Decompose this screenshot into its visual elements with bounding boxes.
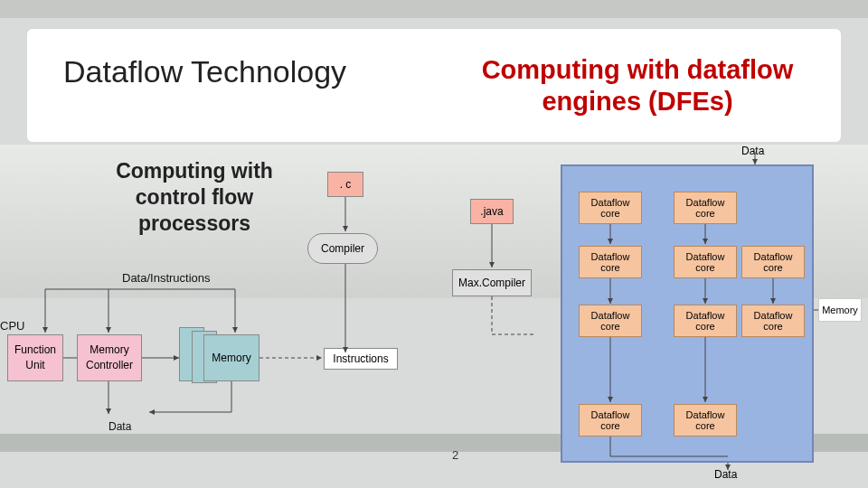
title-main: Dataflow Technology — [63, 54, 346, 89]
header-band: Dataflow Technology Computing with dataf… — [27, 29, 841, 142]
title-dfe: Computing with dataflow engines (DFEs) — [470, 54, 805, 117]
sub-l2: control flow — [136, 185, 253, 209]
dataflow-diagram: Data DataflowcoreDataflowcoreDataflowcor… — [552, 145, 863, 488]
title-dfe-line1: Computing with dataflow — [482, 55, 794, 84]
subtitle-control-flow: Computing with control flow processors — [77, 158, 312, 236]
dataflow-arrows — [552, 145, 863, 488]
sub-l3: processors — [138, 211, 250, 235]
slide: Dataflow Technology Computing with dataf… — [0, 0, 868, 488]
page-number: 2 — [452, 448, 458, 462]
compiler-column: . c .java Compiler Max.Compiler — [316, 154, 533, 461]
compiler-arrows — [316, 154, 533, 461]
sub-l1: Computing with — [116, 159, 273, 183]
title-dfe-line2: engines (DFEs) — [542, 87, 732, 116]
